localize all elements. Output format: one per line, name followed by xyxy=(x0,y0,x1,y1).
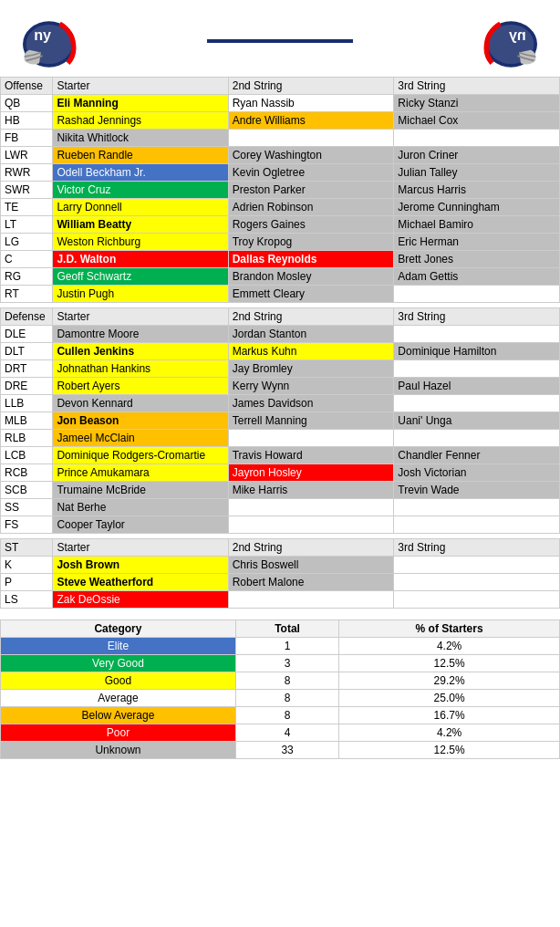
legend-total-cell: 8 xyxy=(235,672,338,689)
legend-total-cell: 8 xyxy=(235,706,338,724)
position-cell: SS xyxy=(1,499,53,516)
legend-pct-cell: 12.5% xyxy=(339,741,560,758)
third-string-cell xyxy=(394,286,560,303)
legend-total-cell: 3 xyxy=(235,654,338,672)
starter-cell: Devon Kennard xyxy=(53,395,228,412)
position-cell: SCB xyxy=(1,482,53,499)
legend-pct-cell: 12.5% xyxy=(339,654,560,672)
position-cell: RT xyxy=(1,286,53,303)
second-string-cell: Kerry Wynn xyxy=(228,378,394,395)
position-cell: RLB xyxy=(1,430,53,447)
legend-total-cell: 4 xyxy=(235,724,338,741)
second-string-cell xyxy=(228,499,394,516)
position-cell: FS xyxy=(1,516,53,534)
table-row: RCBPrince AmukamaraJayron HosleyJosh Vic… xyxy=(1,464,560,482)
second-string-cell: Brandon Mosley xyxy=(228,268,394,286)
table-row: LSZak DeOssie xyxy=(1,591,560,609)
table-row: LWRRueben RandleCorey WashingtonJuron Cr… xyxy=(1,147,560,164)
position-cell: C xyxy=(1,251,53,268)
table-row: FBNikita Whitlock xyxy=(1,130,560,147)
second-string-cell: Markus Kuhn xyxy=(228,343,394,360)
table-row: LGWeston RichburgTroy KropogEric Herman xyxy=(1,234,560,251)
table-row: RGGeoff SchwartzBrandon MosleyAdam Getti… xyxy=(1,268,560,286)
offense-header-row: Offense Starter 2nd String 3rd String xyxy=(1,78,560,95)
second-string-cell: Ryan Nassib xyxy=(228,95,394,112)
legend-pct-cell: 16.7% xyxy=(339,706,560,724)
legend-pct-cell: 29.2% xyxy=(339,672,560,689)
starter-cell: Jameel McClain xyxy=(53,430,228,447)
position-cell: HB xyxy=(1,112,53,130)
second-string-cell: Robert Malone xyxy=(228,574,394,591)
legend-total-cell: 8 xyxy=(235,689,338,706)
third-string-cell xyxy=(394,591,560,609)
starter-cell: Jon Beason xyxy=(53,412,228,430)
starter-cell: Damontre Moore xyxy=(53,326,228,343)
offense-starter-header: Starter xyxy=(53,78,228,95)
legend-pct-cell: 4.2% xyxy=(339,724,560,741)
starter-cell: Zak DeOssie xyxy=(53,591,228,609)
position-cell: DLE xyxy=(1,326,53,343)
second-string-cell: Mike Harris xyxy=(228,482,394,499)
defense-second-header: 2nd String xyxy=(228,308,394,326)
svg-text:ny: ny xyxy=(509,26,526,43)
third-string-cell: Dominique Hamilton xyxy=(394,343,560,360)
third-string-cell xyxy=(394,557,560,574)
table-row: HBRashad JenningsAndre WilliamsMichael C… xyxy=(1,112,560,130)
third-string-cell: Trevin Wade xyxy=(394,482,560,499)
starter-cell: Josh Brown xyxy=(53,557,228,574)
position-cell: DLT xyxy=(1,343,53,360)
legend-category-cell: Poor xyxy=(1,724,236,741)
legend-pct-header: % of Starters xyxy=(339,620,560,637)
defense-header-row: Defense Starter 2nd String 3rd String xyxy=(1,308,560,326)
starter-cell: Trumaine McBride xyxy=(53,482,228,499)
second-string-cell: Jay Bromley xyxy=(228,360,394,378)
third-string-cell: Uani' Unga xyxy=(394,412,560,430)
legend-pct-cell: 25.0% xyxy=(339,689,560,706)
legend-row: Poor44.2% xyxy=(1,724,560,741)
third-string-cell: Adam Gettis xyxy=(394,268,560,286)
starter-cell: Eli Manning xyxy=(53,95,228,112)
position-cell: LT xyxy=(1,216,53,234)
table-row: RTJustin PughEmmett Cleary xyxy=(1,286,560,303)
table-row: DLTCullen JenkinsMarkus KuhnDominique Ha… xyxy=(1,343,560,360)
position-cell: LG xyxy=(1,234,53,251)
starter-cell: Rashad Jennings xyxy=(53,112,228,130)
second-string-cell: Chris Boswell xyxy=(228,557,394,574)
starter-cell: J.D. Walton xyxy=(53,251,228,268)
second-string-cell: Dallas Reynolds xyxy=(228,251,394,268)
table-row: LLBDevon KennardJames Davidson xyxy=(1,395,560,412)
legend-category-cell: Unknown xyxy=(1,741,236,758)
starter-cell: Larry Donnell xyxy=(53,199,228,216)
starter-cell: Steve Weatherford xyxy=(53,574,228,591)
position-cell: LS xyxy=(1,591,53,609)
third-string-cell: Marcus Harris xyxy=(394,182,560,199)
legend-category-cell: Good xyxy=(1,672,236,689)
second-string-cell: Emmett Cleary xyxy=(228,286,394,303)
legend-table: Category Total % of Starters Elite14.2%V… xyxy=(0,620,560,759)
second-string-cell: James Davidson xyxy=(228,395,394,412)
starter-cell: Geoff Schwartz xyxy=(53,268,228,286)
legend-header-row: Category Total % of Starters xyxy=(1,620,560,637)
table-row: SWRVictor CruzPreston ParkerMarcus Harri… xyxy=(1,182,560,199)
table-row: DLEDamontre MooreJordan Stanton xyxy=(1,326,560,343)
position-cell: K xyxy=(1,557,53,574)
second-string-cell: Preston Parker xyxy=(228,182,394,199)
starter-cell: Nat Berhe xyxy=(53,499,228,516)
position-cell: LWR xyxy=(1,147,53,164)
third-string-cell xyxy=(394,430,560,447)
third-string-cell xyxy=(394,516,560,534)
third-string-cell: Jerome Cunningham xyxy=(394,199,560,216)
second-string-cell xyxy=(228,516,394,534)
position-cell: DRE xyxy=(1,378,53,395)
third-string-cell: Chandler Fenner xyxy=(394,447,560,464)
third-string-cell: Brett Jones xyxy=(394,251,560,268)
position-cell: TE xyxy=(1,199,53,216)
table-row: RWROdell Beckham Jr.Kevin OgletreeJulian… xyxy=(1,164,560,182)
st-second-header: 2nd String xyxy=(228,539,394,557)
helmet-right: ny xyxy=(480,7,545,73)
legend-category-header: Category xyxy=(1,620,236,637)
third-string-cell xyxy=(394,130,560,147)
defense-starter-header: Starter xyxy=(53,308,228,326)
defense-label: Defense xyxy=(1,308,53,326)
table-row: LCBDominique Rodgers-CromartieTravis How… xyxy=(1,447,560,464)
